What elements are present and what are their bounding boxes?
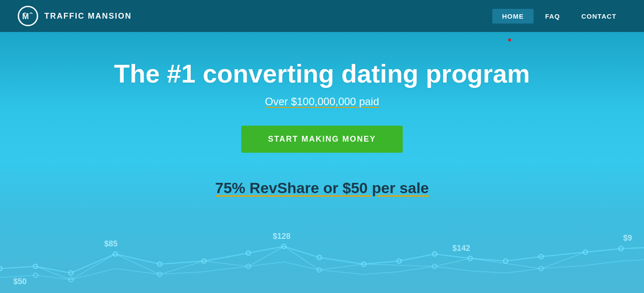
svg-text:$128: $128 [273, 232, 291, 241]
svg-line-7 [284, 246, 319, 270]
revshare-text: 75% RevShare or $50 per sale [215, 179, 429, 197]
nav-home[interactable]: HOME [492, 9, 534, 24]
nav-faq[interactable]: FAQ [535, 9, 570, 24]
svg-line-9 [364, 264, 435, 266]
svg-line-5 [204, 261, 248, 266]
hero-subtitle-prefix: Over [265, 95, 291, 107]
navbar-nav: HOME FAQ CONTACT [492, 9, 626, 24]
svg-text:$50: $50 [13, 277, 27, 286]
svg-line-8 [319, 264, 364, 270]
hero-subtitle-amount: $100,000,000 [291, 95, 356, 107]
nav-contact[interactable]: CONTACT [572, 9, 626, 24]
chart-area: $50 $85 $128 $142 $9 [0, 222, 644, 293]
cta-button[interactable]: START MAKING MONEY [241, 126, 403, 153]
notification-dot [508, 39, 511, 41]
revshare-amount: $50 per sale [342, 179, 429, 196]
brand-name-text: TRAFFIC MANSION [44, 12, 132, 21]
svg-text:$85: $85 [104, 239, 118, 248]
revshare-prefix: 75% RevShare or [215, 179, 342, 196]
svg-text:$9: $9 [623, 234, 632, 242]
hero-subtitle: Over $100,000,000 paid [265, 95, 379, 108]
svg-text:$142: $142 [452, 244, 470, 253]
svg-line-2 [71, 254, 115, 280]
hero-subtitle-suffix: paid [356, 95, 379, 107]
brand: M TRAFFIC MANSION [18, 6, 132, 26]
navbar: M TRAFFIC MANSION HOME FAQ CONTACT [0, 0, 644, 32]
svg-line-10 [435, 258, 470, 266]
logo-icon: M [18, 6, 38, 26]
hero-title: The #1 converting dating program [114, 59, 530, 88]
hero-section: The #1 converting dating program Over $1… [0, 32, 644, 293]
